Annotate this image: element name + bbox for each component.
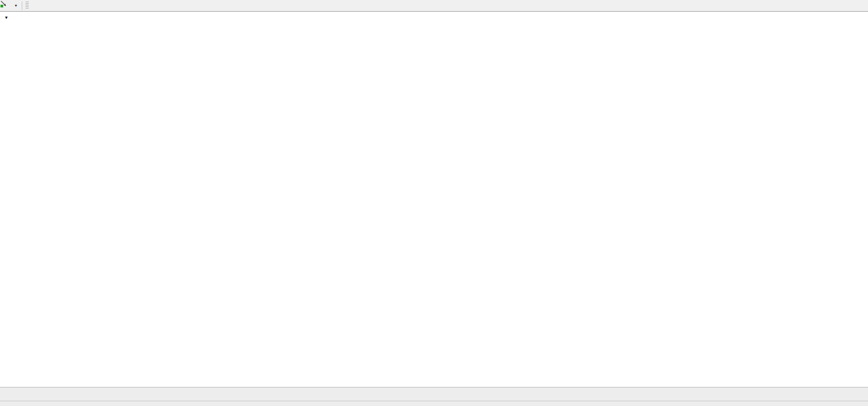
chart-tab-bar bbox=[0, 387, 868, 401]
chart-canvas[interactable] bbox=[0, 0, 868, 387]
status-bar bbox=[0, 401, 868, 406]
chart-title: ▼ bbox=[4, 14, 15, 21]
trading-terminal-window: ▾ ▼ bbox=[0, 0, 868, 406]
symbol-dropdown-icon[interactable]: ▼ bbox=[4, 15, 8, 20]
